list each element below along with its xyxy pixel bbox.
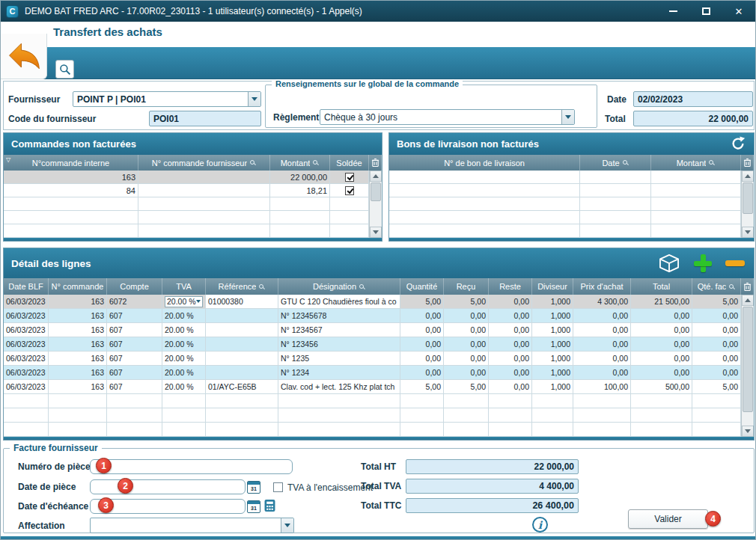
detail-row[interactable]: 06/03/202316360720.00 %N° 1234560,000,00… [4,337,741,352]
info-icon[interactable]: i [532,517,548,533]
compte-cell [107,408,162,423]
montant-cell: 22 000,00 [270,171,330,184]
recu-cell: 5,00 [444,295,489,309]
bons-row[interactable] [389,184,741,197]
scroll-down-button[interactable] [370,227,382,238]
refresh-button[interactable] [730,135,746,155]
date-field[interactable]: 02/02/2023 [633,91,753,107]
detail-row[interactable]: 06/03/202316360720.00 %N° 12340,000,000,… [4,366,741,380]
sort-icon [312,159,319,166]
detail-row[interactable]: 06/03/202316360720.00 %N° 123456780,000,… [4,309,741,323]
detail-scrollbar[interactable] [741,295,754,437]
date-cell [580,197,651,211]
column-label: N° de bon de livraison [444,159,525,168]
calendar-icon[interactable]: 31 [247,481,260,494]
step-badge-1: 1 [96,458,112,473]
col-header-bon-livraison[interactable]: N° de bon de livraison [389,155,580,171]
commandes-row[interactable] [4,211,369,224]
col-header-reference[interactable]: Référence [206,278,278,295]
col-header-commande-interne[interactable]: ▽ N°commande interne [4,155,138,171]
add-line-button[interactable] [694,254,712,272]
chevron-down-icon[interactable] [248,92,260,106]
trash-icon [743,158,752,168]
col-header-montant[interactable]: Montant [651,155,741,171]
bons-row[interactable] [389,224,741,238]
date-piece-input[interactable] [90,479,246,494]
fournisseur-select[interactable]: POINT P | POI01 [73,91,261,107]
scroll-down-button[interactable] [742,227,754,238]
bons-row[interactable] [389,171,741,184]
detail-row[interactable] [4,423,741,437]
num-commande-cell [49,408,107,423]
chevron-down-icon[interactable] [281,518,293,533]
search-button[interactable] [55,60,74,79]
code-fournisseur-field[interactable]: POI01 [149,111,261,126]
detail-row[interactable]: 06/03/202316360720.00 %01/AYC-E65BClav. … [4,380,741,394]
col-header-commande-fournisseur[interactable]: N° commande fournisseur [138,155,270,171]
commandes-row[interactable] [4,224,369,238]
detail-row[interactable] [4,394,741,408]
tva-encaissement-checkbox[interactable] [273,482,283,492]
bons-scrollbar[interactable] [741,171,754,238]
package-icon[interactable] [658,254,680,273]
column-label: Compte [120,282,149,291]
col-header-soldee[interactable]: Soldée [330,155,369,171]
scroll-down-button[interactable] [742,426,754,437]
recu-cell: 0,00 [444,366,489,380]
col-header-date[interactable]: Date [580,155,651,171]
scrollbar-thumb[interactable] [743,307,753,412]
col-header-montant[interactable]: Montant [270,155,330,171]
scrollbar-thumb[interactable] [743,182,753,214]
bons-row[interactable] [389,211,741,224]
col-header-total[interactable]: Total [631,278,692,295]
col-header-diviseur[interactable]: Diviseur [532,278,573,295]
col-header-prix-achat[interactable]: Prix d'achat [573,278,631,295]
chevron-down-icon[interactable] [561,110,574,124]
col-header-date-blf[interactable]: Date BLF [4,278,49,295]
scroll-up-button[interactable] [742,295,754,306]
reglement-select[interactable]: Chèque à 30 jours [320,109,575,125]
scrollbar-track[interactable] [742,182,754,227]
soldee-checkbox[interactable] [345,186,354,195]
scrollbar-track[interactable] [370,182,382,227]
delete-rows-button[interactable] [369,155,382,171]
scroll-up-button[interactable] [370,171,382,182]
calendar-icon[interactable]: 31 [247,500,260,513]
numero-piece-input[interactable] [90,459,293,474]
col-header-recu[interactable]: Reçu [444,278,489,295]
delete-rows-button[interactable] [741,278,754,295]
scroll-up-button[interactable] [742,171,754,182]
soldee-checkbox[interactable] [345,173,354,182]
close-button[interactable]: ✕ [722,1,755,22]
tva-select[interactable]: 20.00 % [165,296,203,307]
montant-cell [651,224,741,238]
maximize-button[interactable] [689,1,722,22]
commandes-row[interactable] [4,197,369,211]
col-header-compte[interactable]: Compte [107,278,162,295]
detail-row[interactable] [4,408,741,423]
commandes-row[interactable]: 16322 000,00 [4,171,369,184]
remove-line-button[interactable] [725,260,745,266]
col-header-quantite[interactable]: Quantité [400,278,444,295]
col-header-reste[interactable]: Reste [489,278,532,295]
commandes-scrollbar[interactable] [369,171,382,238]
tva-cell: 20.00 % [162,337,206,352]
detail-row[interactable]: 06/03/2023163607220.00 %01000380GTU C 12… [4,295,741,309]
affectation-select[interactable] [90,518,294,533]
col-header-qte-fac[interactable]: Qté. fac [692,278,741,295]
detail-row[interactable]: 06/03/202316360720.00 %N° 12345670,000,0… [4,323,741,337]
bons-row[interactable] [389,197,741,211]
scrollbar-thumb[interactable] [371,182,381,201]
scrollbar-track[interactable] [742,306,754,426]
back-button[interactable] [1,34,47,79]
detail-row[interactable]: 06/03/202316360720.00 %N° 12350,000,000,… [4,352,741,366]
commandes-row[interactable]: 8418,21 [4,184,369,197]
col-header-num-commande[interactable]: N° commande [49,278,107,295]
valider-button[interactable]: Valider [628,509,708,529]
prix-achat-cell: 0,00 [573,352,631,366]
minimize-button[interactable] [656,1,689,22]
calculator-button[interactable] [264,499,275,515]
col-header-designation[interactable]: Désignation [278,278,400,295]
delete-rows-button[interactable] [741,155,754,171]
col-header-tva[interactable]: TVA [162,278,206,295]
